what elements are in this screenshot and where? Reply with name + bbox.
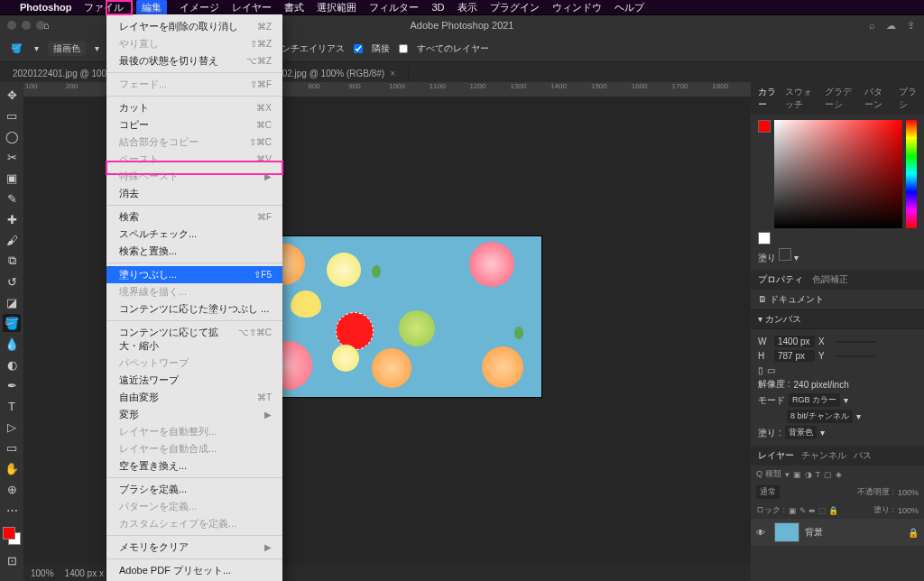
brush-tool[interactable]: 🖌: [3, 231, 21, 249]
move-tool[interactable]: ✥: [3, 86, 21, 104]
more-tools[interactable]: ⋯: [3, 501, 21, 519]
color-swatch[interactable]: [3, 527, 21, 545]
tab-paths[interactable]: パス: [854, 449, 872, 462]
menu-filter[interactable]: フィルター: [369, 1, 419, 14]
blur-tool[interactable]: 💧: [3, 335, 21, 353]
lock-icons[interactable]: ▣ ✎ ⬌ ⬚ 🔒: [789, 506, 838, 515]
close-icon[interactable]: ×: [390, 69, 395, 78]
lasso-tool[interactable]: ◯: [3, 127, 21, 145]
edit-menu-item[interactable]: コンテンツに応じて拡大・縮小⌥⇧⌘C: [106, 324, 282, 355]
menu-image[interactable]: イメージ: [180, 1, 219, 14]
filter-icon[interactable]: ◑: [805, 470, 812, 479]
edit-menu-item[interactable]: 自由変形⌘T: [106, 389, 282, 406]
fg-color[interactable]: [758, 120, 771, 133]
edit-menu-item[interactable]: Adobe PDF プリセット...: [106, 562, 282, 579]
screen-mode[interactable]: ⊡: [3, 551, 21, 569]
path-tool[interactable]: ▷: [3, 418, 21, 436]
menu-edit[interactable]: 編集: [136, 0, 167, 15]
tab-layers[interactable]: レイヤー: [758, 449, 794, 462]
edit-menu-item[interactable]: 検索と置換...: [106, 243, 282, 260]
cloud-icon[interactable]: ☁: [886, 20, 896, 32]
edit-menu-item[interactable]: スペルチェック...: [106, 226, 282, 243]
contiguous-checkbox[interactable]: [354, 44, 363, 53]
menu-help[interactable]: ヘルプ: [614, 1, 644, 14]
menu-plugin[interactable]: プラグイン: [490, 1, 540, 14]
layer-search[interactable]: Q 種類: [756, 468, 781, 480]
share-icon[interactable]: ⇪: [907, 20, 915, 32]
app-name[interactable]: Photoshop: [20, 2, 71, 13]
filter-icon[interactable]: ◈: [836, 470, 842, 479]
edit-menu-item[interactable]: 消去: [106, 185, 282, 202]
edit-menu-item[interactable]: 最後の状態を切り替え⌥⌘Z: [106, 52, 282, 69]
layer-name[interactable]: 背景: [805, 526, 823, 539]
fill-dropdown[interactable]: 背景色: [785, 426, 817, 439]
menu-select[interactable]: 選択範囲: [317, 1, 356, 14]
edit-menu-item[interactable]: 塗りつぶし...⇧F5: [106, 266, 282, 283]
eraser-tool[interactable]: ◪: [3, 293, 21, 311]
orient-landscape-icon[interactable]: ▭: [767, 365, 775, 375]
heal-tool[interactable]: ✚: [3, 210, 21, 228]
menu-file[interactable]: ファイル: [84, 1, 124, 14]
tab-gradient[interactable]: グラデーシ: [825, 86, 855, 111]
width-field[interactable]: 1400 px: [774, 336, 815, 347]
color-picker[interactable]: [774, 120, 902, 228]
hand-tool[interactable]: ✋: [3, 459, 21, 477]
marquee-tool[interactable]: ▭: [3, 106, 21, 124]
edit-menu-item[interactable]: メモリをクリア▶: [106, 539, 282, 556]
edit-menu-item[interactable]: 変形▶: [106, 406, 282, 423]
lock-icon[interactable]: 🔒: [908, 528, 919, 538]
tab-brush[interactable]: ブラシ: [899, 86, 917, 111]
canvas-section[interactable]: カンバス: [765, 314, 801, 324]
type-tool[interactable]: T: [3, 397, 21, 415]
eyedropper-tool[interactable]: ✎: [3, 189, 21, 208]
tab-color[interactable]: カラー: [758, 86, 776, 111]
fill-mode-dropdown[interactable]: 描画色: [48, 42, 86, 56]
edit-menu-item[interactable]: 検索⌘F: [106, 208, 282, 226]
tab-swatches[interactable]: スウォッチ: [785, 86, 816, 111]
blend-dropdown[interactable]: 通常: [756, 485, 780, 499]
orient-portrait-icon[interactable]: ▯: [758, 365, 763, 375]
edit-menu-item[interactable]: 空を置き換え...: [106, 457, 282, 475]
edit-menu-item[interactable]: ブラシを定義...: [106, 481, 282, 498]
height-field[interactable]: 787 px: [774, 350, 815, 362]
canvas-image[interactable]: [254, 235, 542, 398]
tab-properties[interactable]: プロパティ: [758, 273, 803, 286]
edit-menu-item[interactable]: コンテンツに応じた塗りつぶし ...: [106, 300, 282, 318]
fill-value[interactable]: 100%: [898, 506, 919, 515]
filter-icon[interactable]: T: [816, 470, 821, 479]
home-icon[interactable]: ⌂: [43, 20, 50, 31]
zoom-tool[interactable]: ⊕: [3, 480, 21, 498]
crop-tool[interactable]: ✂: [3, 148, 21, 166]
edit-menu-item[interactable]: カット⌘X: [106, 99, 282, 116]
bit-dropdown[interactable]: 8 bit/チャンネル: [787, 410, 853, 423]
hue-slider[interactable]: [906, 120, 917, 228]
menu-type[interactable]: 書式: [284, 1, 304, 14]
visibility-icon[interactable]: 👁: [756, 528, 769, 538]
search-icon[interactable]: ⌕: [869, 20, 875, 32]
menu-layer[interactable]: レイヤー: [232, 1, 272, 14]
bg-color[interactable]: [758, 232, 771, 244]
mode-dropdown[interactable]: RGB カラー: [789, 393, 840, 407]
tab-pattern[interactable]: パターン: [864, 86, 889, 111]
zoom-value[interactable]: 100%: [31, 568, 54, 578]
tab-channels[interactable]: チャンネル: [801, 449, 846, 462]
x-field[interactable]: [835, 341, 875, 343]
y-field[interactable]: [835, 355, 875, 357]
window-controls[interactable]: [7, 21, 45, 30]
all-layers-checkbox[interactable]: [399, 44, 408, 53]
opacity-value[interactable]: 100%: [898, 488, 919, 497]
tab-adjustments[interactable]: 色調補正: [812, 273, 848, 286]
menu-window[interactable]: ウィンドウ: [552, 1, 602, 14]
stamp-tool[interactable]: ⧉: [3, 252, 21, 270]
fill-swatch[interactable]: [779, 248, 791, 261]
pen-tool[interactable]: ✒: [3, 376, 21, 394]
bucket-icon[interactable]: 🪣: [7, 40, 25, 58]
shape-tool[interactable]: ▭: [3, 438, 21, 456]
filter-icon[interactable]: ▢: [824, 470, 832, 479]
dodge-tool[interactable]: ◐: [3, 355, 21, 374]
menu-3d[interactable]: 3D: [431, 2, 444, 13]
bucket-tool[interactable]: 🪣: [3, 314, 21, 332]
frame-tool[interactable]: ▣: [3, 169, 21, 187]
history-brush-tool[interactable]: ↺: [3, 272, 21, 290]
edit-menu-item[interactable]: コピー⌘C: [106, 116, 282, 134]
